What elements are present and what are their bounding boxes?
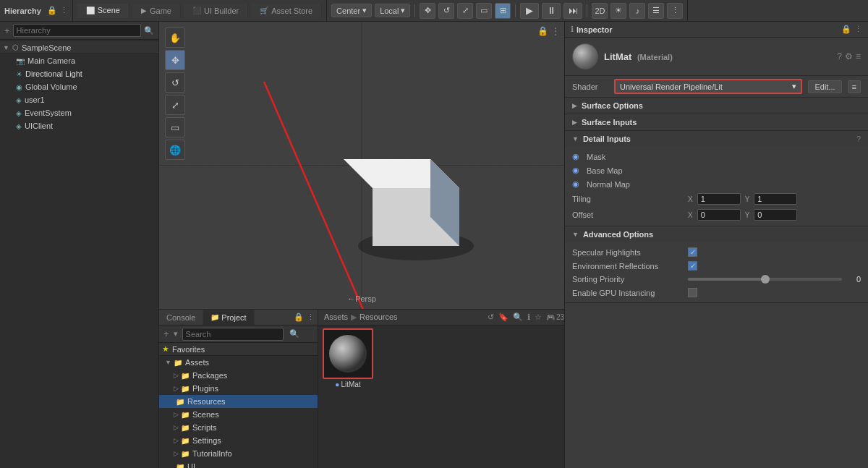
material-help-icon[interactable]: ? xyxy=(837,51,842,61)
project-tree-tutorialinfo[interactable]: ▷ 📁 TutorialInfo xyxy=(159,447,318,460)
shader-value: Universal Render Pipeline/Lit xyxy=(620,82,723,91)
hierarchy-search[interactable] xyxy=(13,24,141,37)
hierarchy-add-btn[interactable]: + xyxy=(4,25,10,36)
gpu-instancing-row: Enable GPU Instancing xyxy=(572,286,861,299)
sorting-slider-thumb[interactable] xyxy=(761,275,770,284)
material-menu-icon[interactable]: ≡ xyxy=(856,51,861,61)
bottom-left-more-icon[interactable]: ⋮ xyxy=(307,312,315,322)
project-tree-assets[interactable]: ▼ 📁 Assets xyxy=(159,356,318,369)
shader-edit-btn[interactable]: Edit... xyxy=(808,80,841,93)
detail-inputs-header[interactable]: ▼ Detail Inputs ? xyxy=(565,131,868,147)
info-icon[interactable]: ℹ xyxy=(527,312,530,322)
favorites-header[interactable]: ★ Favorites xyxy=(159,343,318,356)
surface-inputs-header[interactable]: ▶ Surface Inputs xyxy=(565,114,868,130)
project-add-btn[interactable]: + xyxy=(163,328,169,339)
advanced-options-section: ▼ Advanced Options Specular Highlights ✓… xyxy=(565,226,868,303)
material-settings-icon[interactable]: ⚙ xyxy=(845,51,853,61)
project-tree-scripts[interactable]: ▷ 📁 Scripts xyxy=(159,421,318,434)
bookmark-icon[interactable]: 🔖 xyxy=(498,312,509,322)
shader-dropdown[interactable]: Universal Render Pipeline/Lit ▾ xyxy=(614,79,802,94)
scene-corner-icons: 🔒 ⋮ xyxy=(537,26,560,36)
hierarchy-item-directionallight[interactable]: ☀ Directional Light xyxy=(0,67,158,80)
2d-view-btn[interactable]: 2D xyxy=(592,3,608,19)
search2-icon[interactable]: 🔍 xyxy=(513,312,523,322)
tutorialinfo-label: TutorialInfo xyxy=(192,449,232,458)
project-tree-plugins[interactable]: ▷ 📁 Plugins xyxy=(159,382,318,395)
breadcrumb-resources[interactable]: Resources xyxy=(359,312,398,321)
hand-tool-btn[interactable]: ✋ xyxy=(165,27,185,48)
project-tree-settings[interactable]: ▷ 📁 Settings xyxy=(159,434,318,447)
2d-label: 2D xyxy=(595,7,605,15)
transform-tool-btn[interactable]: ⊞ xyxy=(495,3,511,19)
detail-inputs-arrow: ▼ xyxy=(572,135,579,142)
rotate-tool-btn[interactable]: ↺ xyxy=(438,3,454,19)
move-tool-btn[interactable]: ✥ xyxy=(420,3,435,19)
tab-ui-builder[interactable]: ⬛ UI Builder xyxy=(184,4,248,18)
tab-game[interactable]: ▶ Game xyxy=(132,4,181,18)
eventsystem-icon: ◈ xyxy=(16,109,22,117)
tab-scene[interactable]: ⬜ Scene xyxy=(77,4,129,18)
tab-asset-store[interactable]: 🛒 Asset Store xyxy=(251,4,322,18)
hierarchy-item-eventsystem[interactable]: ◈ EventSystem xyxy=(0,106,158,119)
pause-button[interactable]: ⏸ xyxy=(542,3,561,19)
rect-scene-btn[interactable]: ▭ xyxy=(165,117,185,137)
light-btn[interactable]: ☀ xyxy=(610,3,626,19)
local-dropdown[interactable]: Local ▾ xyxy=(375,4,410,17)
scale-scene-btn[interactable]: ⤢ xyxy=(165,95,185,115)
audio-btn[interactable]: ♪ xyxy=(629,3,645,19)
hierarchy-search-icon: 🔍 xyxy=(144,26,154,35)
hierarchy-item-globalvolume[interactable]: ◉ Global Volume xyxy=(0,80,158,93)
sorting-slider-track[interactable] xyxy=(688,278,842,281)
project-search-input[interactable] xyxy=(182,328,284,341)
gpu-instancing-checkbox[interactable] xyxy=(688,288,697,297)
project-tree-packages[interactable]: ▷ 📁 Packages xyxy=(159,369,318,382)
inspector-lock-icon[interactable]: 🔒 xyxy=(841,25,851,34)
hierarchy-item-maincamera[interactable]: 📷 Main Camera xyxy=(0,54,158,67)
project-tree-scenes[interactable]: ▷ 📁 Scenes xyxy=(159,408,318,421)
rect-tool-btn[interactable]: ▭ xyxy=(476,3,492,19)
asset-item-litmat[interactable]: ● LitMat xyxy=(321,328,375,388)
play-button[interactable]: ▶ xyxy=(520,3,539,19)
bottom-left-lock-icon[interactable]: 🔒 xyxy=(294,312,304,322)
tiling-y-input[interactable] xyxy=(754,193,797,205)
move-scene-btn[interactable]: ✥ xyxy=(165,50,185,70)
offset-y-input[interactable] xyxy=(754,209,797,221)
advanced-options-header[interactable]: ▼ Advanced Options xyxy=(565,226,868,242)
normal-map-check: ◉ xyxy=(572,179,579,189)
offset-x-input[interactable] xyxy=(697,209,741,221)
overflow-btn[interactable]: ⋮ xyxy=(667,3,683,19)
scene-lock-icon[interactable]: 🔒 xyxy=(537,26,548,36)
sync-icon[interactable]: ↺ xyxy=(488,312,494,322)
shader-menu-btn[interactable]: ≡ xyxy=(848,80,861,93)
tutorialinfo-folder-icon: 📁 xyxy=(181,450,190,458)
center-dropdown[interactable]: Center ▾ xyxy=(331,4,372,17)
hierarchy-scene-root[interactable]: ▼ ⬡ SampleScene xyxy=(0,41,158,54)
volume-icon: ◉ xyxy=(16,83,22,91)
hierarchy-item-user1[interactable]: ◈ user1 xyxy=(0,93,158,106)
hierarchy-item-uiclient[interactable]: ◈ UIClient xyxy=(0,119,158,132)
step-button[interactable]: ⏭ xyxy=(563,3,582,19)
global-scene-btn[interactable]: 🌐 xyxy=(165,140,185,160)
svg-point-20 xyxy=(329,335,367,373)
hierarchy-more-icon[interactable]: ⋮ xyxy=(60,6,68,15)
tab-console[interactable]: Console xyxy=(159,310,203,325)
surface-options-header[interactable]: ▶ Surface Options xyxy=(565,98,868,114)
rotate-scene-btn[interactable]: ↺ xyxy=(165,72,185,93)
tab-project[interactable]: 📁 Project xyxy=(203,310,254,325)
breadcrumb-assets[interactable]: Assets xyxy=(324,312,348,321)
inspector-more-icon[interactable]: ⋮ xyxy=(854,25,862,34)
specular-checkbox[interactable]: ✓ xyxy=(688,247,697,257)
env-reflections-checkbox[interactable]: ✓ xyxy=(688,261,697,271)
star2-icon[interactable]: ☆ xyxy=(535,312,542,322)
base-map-label: Base Map xyxy=(587,166,623,175)
project-tree-ui[interactable]: 📁 UI xyxy=(159,460,318,468)
scene-more-icon[interactable]: ⋮ xyxy=(551,26,560,36)
scripts-arrow: ▷ xyxy=(174,424,179,431)
gizmos-btn[interactable]: ☰ xyxy=(648,3,664,19)
scale-tool-btn[interactable]: ⤢ xyxy=(457,3,473,19)
uiclient-icon: ◈ xyxy=(16,122,22,130)
project-tree-resources[interactable]: 📁 Resources xyxy=(159,395,318,408)
tiling-x-input[interactable] xyxy=(697,193,741,205)
detail-inputs-help-icon[interactable]: ? xyxy=(856,135,861,143)
detail-inputs-title: Detail Inputs xyxy=(583,135,631,143)
